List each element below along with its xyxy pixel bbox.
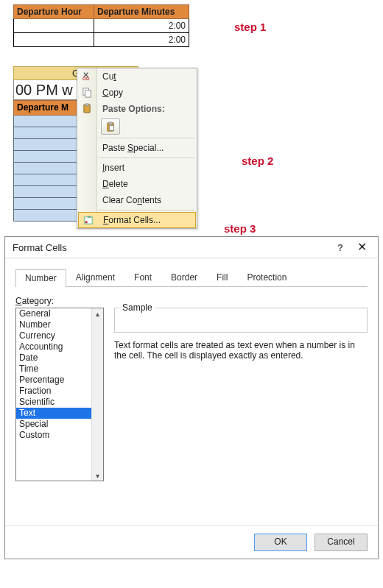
- svg-rect-3: [85, 91, 91, 97]
- ok-button[interactable]: OK: [254, 534, 307, 551]
- tab-alignment[interactable]: Alignment: [66, 269, 124, 286]
- menu-label: Insert: [102, 163, 124, 173]
- category-item[interactable]: Accounting: [16, 341, 103, 353]
- format-cells-dialog: Format Cells ? ✕ Number Alignment Font B…: [4, 236, 379, 559]
- menu-label: Clear Contents: [102, 195, 161, 205]
- dialog-titlebar: Format Cells ? ✕: [5, 237, 378, 258]
- step-label-3: step 3: [224, 222, 256, 235]
- category-item[interactable]: General: [16, 308, 103, 319]
- paste-default-button[interactable]: [101, 118, 120, 135]
- menu-label: Cut: [102, 71, 116, 82]
- cell[interactable]: 2:00: [94, 33, 189, 47]
- svg-rect-8: [109, 125, 113, 130]
- menu-cut[interactable]: Cut: [77, 68, 197, 85]
- menu-separator: [98, 157, 195, 158]
- svg-rect-7: [108, 121, 112, 124]
- cell[interactable]: [14, 19, 94, 33]
- tab-fill[interactable]: Fill: [207, 269, 237, 286]
- format-description: Text format cells are treated as text ev…: [114, 340, 368, 361]
- table-row: 2:00: [14, 19, 189, 33]
- menu-label: Format Cells...: [103, 215, 161, 225]
- departure-table: Departure Hour Departure Minutes 2:00 2:…: [13, 4, 189, 47]
- category-item[interactable]: Currency: [16, 330, 103, 341]
- svg-point-0: [82, 77, 85, 80]
- scroll-down-icon[interactable]: ▾: [92, 470, 103, 481]
- menu-copy[interactable]: Copy: [77, 85, 197, 101]
- help-button[interactable]: ?: [334, 242, 347, 253]
- menu-clear-contents[interactable]: Clear Contents: [77, 192, 197, 208]
- category-item[interactable]: Fraction: [16, 386, 103, 397]
- svg-rect-5: [85, 104, 89, 106]
- menu-insert[interactable]: Insert: [77, 160, 197, 176]
- tab-font[interactable]: Font: [124, 269, 161, 286]
- step2-block: G 00 PM w Departure M: [13, 66, 383, 232]
- header-departure-minutes: Departure Minutes: [94, 5, 189, 19]
- scroll-up-icon[interactable]: ▴: [92, 308, 103, 319]
- tab-border[interactable]: Border: [161, 269, 207, 286]
- header-departure-hour: Departure Hour: [14, 5, 94, 19]
- category-item[interactable]: Number: [16, 319, 103, 330]
- context-menu: Cut Copy Paste Options:: [77, 68, 197, 229]
- scrollbar[interactable]: ▴ ▾: [91, 308, 103, 481]
- sample-box: Sample: [114, 308, 368, 333]
- menu-label: Paste Options:: [102, 104, 165, 114]
- category-listbox[interactable]: GeneralNumberCurrencyAccountingDateTimeP…: [15, 308, 104, 481]
- category-item[interactable]: Special: [16, 419, 103, 430]
- dialog-title: Format Cells: [13, 242, 67, 253]
- step-label-1: step 1: [234, 21, 266, 33]
- menu-paste-special[interactable]: Paste Special...: [77, 140, 197, 156]
- category-item[interactable]: Custom: [16, 430, 103, 441]
- menu-separator: [98, 138, 195, 138]
- copy-icon: [81, 86, 94, 99]
- menu-label: Paste Special...: [102, 143, 164, 153]
- dialog-tabs: Number Alignment Font Border Fill Protec…: [15, 269, 368, 287]
- tab-protection[interactable]: Protection: [237, 269, 296, 286]
- category-item[interactable]: Percentage: [16, 375, 103, 386]
- menu-label: Delete: [102, 179, 128, 189]
- cut-icon: [81, 70, 94, 82]
- menu-paste-options-header: Paste Options:: [77, 101, 197, 117]
- category-label: Category:: [15, 296, 104, 306]
- cancel-button[interactable]: Cancel: [315, 534, 368, 551]
- cell[interactable]: 2:00: [94, 19, 189, 33]
- menu-delete[interactable]: Delete: [77, 176, 197, 192]
- table-row: 2:00: [14, 33, 189, 47]
- cell[interactable]: [14, 33, 94, 47]
- clipboard-icon: [105, 121, 116, 132]
- menu-separator: [98, 210, 195, 210]
- category-item[interactable]: Time: [16, 364, 103, 375]
- svg-point-1: [86, 77, 89, 80]
- menu-format-cells[interactable]: Format Cells...: [78, 212, 196, 228]
- paste-icon: [81, 102, 94, 115]
- category-item[interactable]: Date: [16, 353, 103, 364]
- menu-label: Copy: [102, 88, 123, 98]
- format-cells-icon: [82, 214, 95, 227]
- sample-label: Sample: [119, 302, 155, 313]
- step-label-2: step 2: [242, 155, 273, 167]
- category-item[interactable]: Text: [16, 408, 103, 419]
- tab-number[interactable]: Number: [15, 269, 66, 287]
- svg-rect-10: [85, 221, 88, 223]
- category-item[interactable]: Scientific: [16, 397, 103, 408]
- close-button[interactable]: ✕: [350, 241, 373, 253]
